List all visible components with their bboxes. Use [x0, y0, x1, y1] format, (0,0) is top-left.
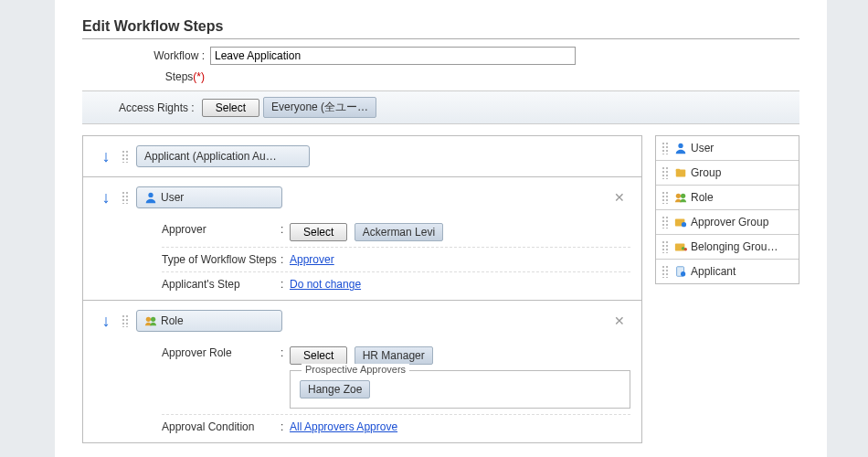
remove-step-button[interactable]: ✕	[614, 314, 625, 328]
svg-point-14	[681, 271, 685, 276]
approver-label: Approver	[162, 223, 281, 236]
approver-role-label: Approver Role	[162, 346, 281, 359]
drag-handle-icon	[662, 142, 669, 154]
palette-group-label: Group	[691, 166, 721, 179]
approver-select-button[interactable]: Select	[290, 223, 347, 241]
step-palette: User Group Role Appr	[655, 135, 799, 284]
steps-canvas: ↓ Applicant (Application Au… ↓	[82, 135, 642, 443]
svg-point-7	[681, 194, 685, 198]
palette-applicant-label: Applicant	[691, 265, 736, 278]
approver-group-icon	[674, 216, 687, 228]
svg-point-2	[151, 317, 155, 322]
palette-role[interactable]: Role	[656, 186, 799, 210]
role-icon	[144, 314, 157, 327]
steps-field: Steps(*)	[82, 70, 799, 83]
user-icon	[144, 191, 157, 204]
palette-belonging-group[interactable]: Belonging Grou…	[656, 235, 799, 260]
palette-role-label: Role	[691, 191, 714, 204]
drag-handle-icon	[662, 240, 669, 253]
drag-handle-icon[interactable]	[122, 150, 129, 163]
step-user: ↓ User ✕ Approver :	[83, 177, 641, 301]
workflow-type-label: Type of Workflow Steps	[162, 253, 281, 266]
step-applicant-label: Applicant (Application Au…	[144, 150, 277, 163]
arrow-down-icon: ↓	[90, 312, 122, 331]
svg-point-3	[678, 143, 683, 148]
prospective-approvers-box: Prospective Approvers Hange Zoe	[290, 370, 630, 409]
workflow-type-link[interactable]: Approver	[290, 253, 334, 266]
belonging-group-icon	[674, 240, 687, 253]
palette-applicant[interactable]: Applicant	[656, 260, 799, 283]
approval-condition-label: Approval Condition	[162, 420, 281, 433]
palette-user-label: User	[691, 142, 714, 154]
access-rights-bar: Access Rights : Select Everyone (全ユー…	[82, 90, 799, 124]
step-applicant-box[interactable]: Applicant (Application Au…	[136, 145, 310, 167]
prospective-approvers-label: Prospective Approvers	[302, 364, 409, 375]
svg-point-6	[676, 194, 681, 198]
palette-approver-group[interactable]: Approver Group	[656, 210, 799, 235]
applicant-step-label: Applicant's Step	[162, 278, 281, 291]
svg-point-9	[682, 222, 686, 227]
drag-handle-icon[interactable]	[122, 314, 129, 327]
steps-label: Steps(*)	[82, 70, 210, 83]
svg-point-1	[146, 317, 151, 322]
svg-point-12	[684, 248, 688, 251]
step-applicant: ↓ Applicant (Application Au…	[83, 136, 641, 177]
step-user-label: User	[161, 191, 184, 204]
drag-handle-icon	[662, 265, 669, 278]
role-select-button[interactable]: Select	[290, 346, 347, 365]
page-title: Edit Workflow Steps	[82, 18, 799, 35]
prospective-approver-tag[interactable]: Hange Zoe	[300, 380, 370, 399]
step-role: ↓ Role ✕ Approver Role :	[83, 301, 641, 442]
palette-approver-group-label: Approver Group	[691, 216, 768, 228]
svg-point-0	[148, 193, 153, 197]
role-icon	[674, 191, 687, 204]
step-role-box[interactable]: Role	[136, 310, 282, 332]
drag-handle-icon	[662, 216, 669, 228]
access-select-button[interactable]: Select	[202, 99, 259, 117]
approver-tag[interactable]: Ackerman Levi	[355, 223, 443, 241]
group-icon	[674, 166, 687, 179]
workflow-input[interactable]	[210, 47, 576, 65]
drag-handle-icon	[662, 166, 669, 179]
applicant-icon	[674, 265, 687, 278]
title-rule	[82, 38, 799, 39]
approval-condition-link[interactable]: All Approvers Approve	[290, 420, 397, 433]
arrow-down-icon: ↓	[90, 147, 122, 166]
palette-user[interactable]: User	[656, 136, 799, 161]
access-rights-label: Access Rights :	[119, 101, 195, 114]
role-tag[interactable]: HR Manager	[355, 346, 433, 365]
drag-handle-icon	[662, 191, 669, 204]
applicant-step-link[interactable]: Do not change	[290, 278, 361, 291]
palette-group[interactable]: Group	[656, 161, 799, 186]
arrow-down-icon: ↓	[90, 188, 122, 207]
drag-handle-icon[interactable]	[122, 191, 129, 204]
step-role-label: Role	[161, 314, 184, 327]
workflow-field: Workflow :	[82, 47, 799, 65]
palette-belonging-group-label: Belonging Grou…	[691, 240, 778, 253]
workflow-label: Workflow :	[82, 49, 210, 62]
remove-step-button[interactable]: ✕	[614, 190, 625, 205]
user-icon	[674, 142, 687, 154]
step-user-box[interactable]: User	[136, 186, 282, 208]
access-rights-tag[interactable]: Everyone (全ユー…	[263, 97, 376, 118]
svg-rect-5	[676, 169, 680, 172]
